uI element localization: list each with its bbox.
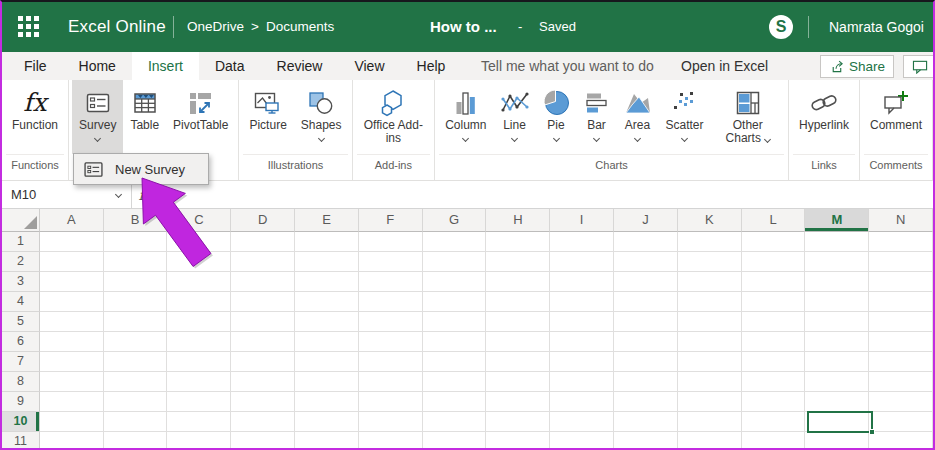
breadcrumb-root[interactable]: OneDrive — [187, 2, 244, 52]
cell-F1[interactable] — [359, 232, 423, 252]
shapes-button[interactable]: Shapes — [294, 80, 349, 154]
cell-N2[interactable] — [869, 252, 933, 272]
chevron-down-icon[interactable] — [552, 135, 559, 142]
cell-I9[interactable] — [550, 392, 614, 412]
cell-I7[interactable] — [550, 352, 614, 372]
cell-E4[interactable] — [295, 292, 359, 312]
cell-C9[interactable] — [167, 392, 231, 412]
cell-G8[interactable] — [423, 372, 487, 392]
cell-G5[interactable] — [423, 312, 487, 332]
tab-review[interactable]: Review — [261, 52, 339, 80]
document-title[interactable]: How to ... — [430, 2, 497, 52]
cell-K7[interactable] — [678, 352, 742, 372]
cell-J7[interactable] — [614, 352, 678, 372]
cell-N10[interactable] — [869, 412, 933, 432]
tab-file[interactable]: File — [8, 52, 63, 80]
cell-G6[interactable] — [423, 332, 487, 352]
cell-I4[interactable] — [550, 292, 614, 312]
chevron-down-icon[interactable] — [681, 135, 688, 142]
cell-K2[interactable] — [678, 252, 742, 272]
cell-L7[interactable] — [742, 352, 806, 372]
cell-M6[interactable] — [805, 332, 869, 352]
row-header-1[interactable]: 1 — [2, 232, 40, 252]
cell-N4[interactable] — [869, 292, 933, 312]
cell-B11[interactable] — [104, 432, 168, 450]
cell-B8[interactable] — [104, 372, 168, 392]
row-header-11[interactable]: 11 — [2, 432, 40, 450]
cell-L3[interactable] — [742, 272, 806, 292]
cell-K9[interactable] — [678, 392, 742, 412]
cell-A11[interactable] — [40, 432, 104, 450]
picture-button[interactable]: Picture — [242, 80, 293, 154]
pivottable-button[interactable]: PivotTable — [166, 80, 235, 154]
chevron-down-icon[interactable] — [511, 135, 518, 142]
cell-H7[interactable] — [486, 352, 550, 372]
fx-icon[interactable]: fx — [132, 181, 158, 208]
area-button[interactable]: Area — [617, 80, 659, 154]
cell-B6[interactable] — [104, 332, 168, 352]
share-button[interactable]: Share — [820, 55, 894, 78]
cell-K5[interactable] — [678, 312, 742, 332]
cell-L2[interactable] — [742, 252, 806, 272]
cell-M4[interactable] — [805, 292, 869, 312]
cell-I8[interactable] — [550, 372, 614, 392]
cell-E7[interactable] — [295, 352, 359, 372]
cell-M11[interactable] — [805, 432, 869, 450]
cell-H5[interactable] — [486, 312, 550, 332]
cell-H6[interactable] — [486, 332, 550, 352]
cell-M8[interactable] — [805, 372, 869, 392]
cell-I1[interactable] — [550, 232, 614, 252]
cell-H2[interactable] — [486, 252, 550, 272]
column-header-B[interactable]: B — [104, 209, 168, 232]
row-header-3[interactable]: 3 — [2, 272, 40, 292]
cell-J8[interactable] — [614, 372, 678, 392]
cell-D10[interactable] — [231, 412, 295, 432]
column-header-L[interactable]: L — [742, 209, 806, 232]
scatter-button[interactable]: Scatter — [659, 80, 711, 154]
cell-J5[interactable] — [614, 312, 678, 332]
cell-D5[interactable] — [231, 312, 295, 332]
cell-A1[interactable] — [40, 232, 104, 252]
cell-N11[interactable] — [869, 432, 933, 450]
tab-help[interactable]: Help — [401, 52, 462, 80]
tell-me-box[interactable]: Tell me what you want to do — [481, 52, 654, 80]
open-in-excel-button[interactable]: Open in Excel — [681, 52, 768, 80]
cell-C5[interactable] — [167, 312, 231, 332]
cell-B3[interactable] — [104, 272, 168, 292]
cell-J4[interactable] — [614, 292, 678, 312]
cell-D7[interactable] — [231, 352, 295, 372]
cell-F7[interactable] — [359, 352, 423, 372]
cell-F2[interactable] — [359, 252, 423, 272]
cell-H9[interactable] — [486, 392, 550, 412]
cell-A7[interactable] — [40, 352, 104, 372]
cell-E10[interactable] — [295, 412, 359, 432]
cell-C3[interactable] — [167, 272, 231, 292]
cell-N7[interactable] — [869, 352, 933, 372]
column-header-K[interactable]: K — [678, 209, 742, 232]
comment-button[interactable]: Comment — [903, 55, 935, 78]
cell-D4[interactable] — [231, 292, 295, 312]
chevron-down-icon[interactable] — [94, 135, 101, 142]
cell-M3[interactable] — [805, 272, 869, 292]
cell-F5[interactable] — [359, 312, 423, 332]
cell-D6[interactable] — [231, 332, 295, 352]
cell-J6[interactable] — [614, 332, 678, 352]
line-button[interactable]: Line — [494, 80, 536, 154]
cell-G4[interactable] — [423, 292, 487, 312]
cell-G1[interactable] — [423, 232, 487, 252]
cell-M1[interactable] — [805, 232, 869, 252]
column-header-C[interactable]: C — [167, 209, 231, 232]
cell-I2[interactable] — [550, 252, 614, 272]
column-header-J[interactable]: J — [614, 209, 678, 232]
cell-D8[interactable] — [231, 372, 295, 392]
cell-L4[interactable] — [742, 292, 806, 312]
column-button[interactable]: Column — [438, 80, 493, 154]
app-launcher-icon[interactable] — [18, 16, 40, 38]
cell-B2[interactable] — [104, 252, 168, 272]
hyperlink-button[interactable]: Hyperlink — [792, 80, 856, 154]
cell-F8[interactable] — [359, 372, 423, 392]
cell-E3[interactable] — [295, 272, 359, 292]
cell-B1[interactable] — [104, 232, 168, 252]
cell-B4[interactable] — [104, 292, 168, 312]
cell-K11[interactable] — [678, 432, 742, 450]
